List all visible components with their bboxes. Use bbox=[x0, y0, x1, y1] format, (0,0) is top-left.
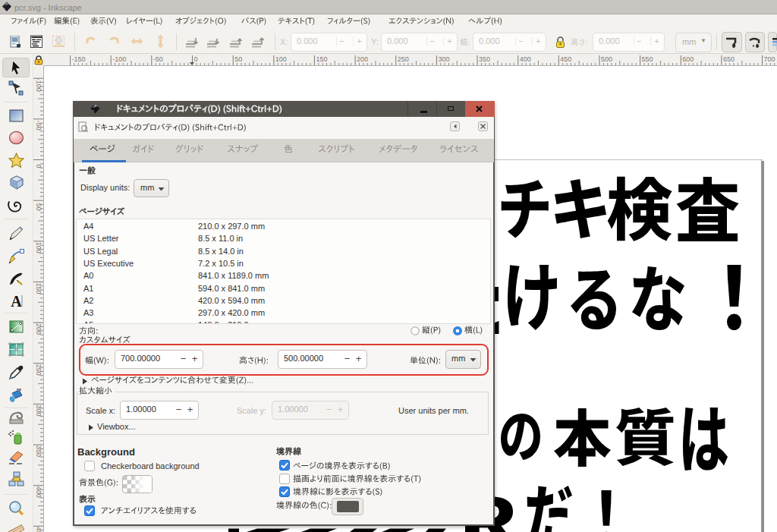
svg-text:-150: -150 bbox=[72, 55, 86, 63]
svg-text:550: 550 bbox=[642, 55, 653, 63]
svg-text:100: 100 bbox=[35, 242, 42, 253]
svg-text:600: 600 bbox=[682, 55, 694, 63]
svg-text:350: 350 bbox=[479, 55, 490, 63]
svg-text:-50: -50 bbox=[153, 55, 163, 63]
svg-text:300: 300 bbox=[438, 55, 449, 63]
svg-text:200: 200 bbox=[35, 323, 42, 335]
svg-text:-50: -50 bbox=[35, 121, 42, 131]
svg-text:450: 450 bbox=[560, 55, 571, 63]
svg-text:350: 350 bbox=[35, 445, 42, 457]
svg-text:150: 150 bbox=[35, 282, 42, 294]
svg-text:50: 50 bbox=[234, 55, 242, 63]
svg-text:A: A bbox=[11, 293, 22, 310]
svg-text:0: 0 bbox=[194, 55, 198, 63]
svg-text:-100: -100 bbox=[35, 78, 42, 92]
svg-text:250: 250 bbox=[398, 55, 409, 63]
svg-text:-100: -100 bbox=[112, 55, 126, 63]
svg-text:650: 650 bbox=[723, 55, 735, 63]
svg-text:300: 300 bbox=[35, 405, 42, 416]
svg-text:250: 250 bbox=[35, 364, 42, 376]
svg-text:400: 400 bbox=[35, 486, 42, 498]
svg-text:450: 450 bbox=[35, 527, 42, 532]
svg-text:700: 700 bbox=[764, 55, 775, 63]
svg-text:500: 500 bbox=[601, 55, 612, 63]
svg-text:200: 200 bbox=[357, 55, 368, 63]
svg-text:400: 400 bbox=[520, 55, 531, 63]
svg-text:150: 150 bbox=[316, 55, 327, 63]
svg-text:100: 100 bbox=[275, 55, 287, 63]
